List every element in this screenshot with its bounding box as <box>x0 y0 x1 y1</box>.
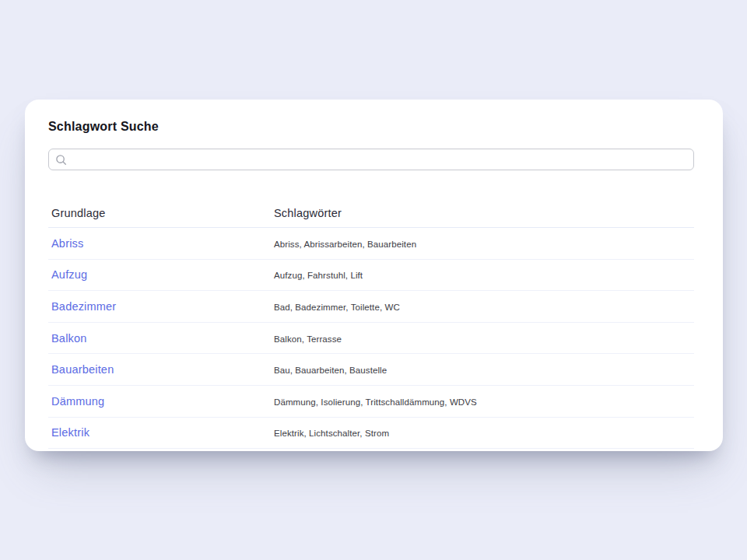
keyword-link-aufzug[interactable]: Aufzug <box>51 268 87 281</box>
keyword-link-daemmung[interactable]: Dämmung <box>51 395 104 408</box>
keyword-list: Abriss, Abrissarbeiten, Bauarbeiten <box>274 240 416 249</box>
table-row: Badezimmer Bad, Badezimmer, Toilette, WC <box>48 291 694 323</box>
keyword-list: Dämmung, Isolierung, Trittschalldämmung,… <box>274 397 477 407</box>
keyword-link-abriss[interactable]: Abriss <box>51 237 84 250</box>
page-title: Schlagwort Suche <box>48 119 694 135</box>
keyword-link-balkon[interactable]: Balkon <box>51 332 87 345</box>
table-row: Balkon Balkon, Terrasse <box>48 323 694 355</box>
keyword-table: Grundlage Schlagwörter Abriss Abriss, Ab… <box>48 198 694 449</box>
table-row: Dämmung Dämmung, Isolierung, Trittschall… <box>48 386 694 418</box>
keyword-list: Elektrik, Lichtschalter, Strom <box>274 429 389 438</box>
keyword-link-bauarbeiten[interactable]: Bauarbeiten <box>51 363 114 376</box>
keyword-list: Balkon, Terrasse <box>274 334 342 344</box>
schlagwort-suche-card: Schlagwort Suche Grundlage Schlagwörter … <box>25 100 723 451</box>
keyword-link-elektrik[interactable]: Elektrik <box>51 426 89 439</box>
column-header-grundlage: Grundlage <box>48 207 274 219</box>
search-bar <box>48 149 694 170</box>
keyword-link-badezimmer[interactable]: Badezimmer <box>51 300 116 313</box>
keyword-list: Bad, Badezimmer, Toilette, WC <box>274 303 400 312</box>
table-row: Aufzug Aufzug, Fahrstuhl, Lift <box>48 260 694 292</box>
keyword-list: Aufzug, Fahrstuhl, Lift <box>274 271 363 280</box>
table-header-row: Grundlage Schlagwörter <box>48 198 694 228</box>
table-row: Abriss Abriss, Abrissarbeiten, Bauarbeit… <box>48 228 694 260</box>
column-header-schlagwoerter: Schlagwörter <box>274 207 694 219</box>
keyword-list: Bau, Bauarbeiten, Baustelle <box>274 366 387 375</box>
search-input[interactable] <box>48 149 694 170</box>
table-row: Elektrik Elektrik, Lichtschalter, Strom <box>48 418 694 450</box>
table-row: Bauarbeiten Bau, Bauarbeiten, Baustelle <box>48 354 694 386</box>
